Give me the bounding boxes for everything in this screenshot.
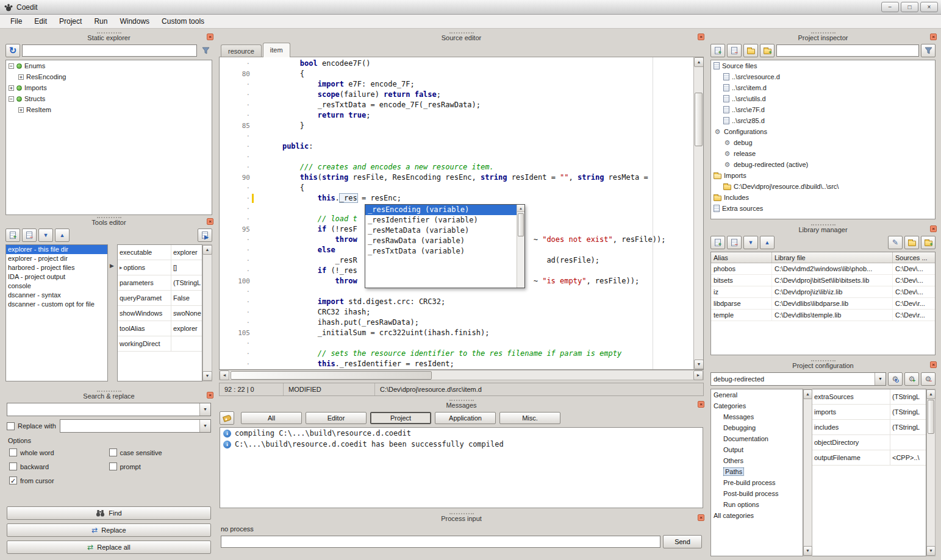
code-line[interactable]: · return true; <box>220 110 703 121</box>
panel-drag-grip[interactable] <box>449 513 474 514</box>
tree-item[interactable]: ⚙Configurations <box>711 126 935 137</box>
dropdown-button[interactable]: ▼ <box>875 373 886 385</box>
tree-item[interactable]: ..\src\z85.d <box>711 115 935 126</box>
code-line[interactable]: · _resTxtData = encode_7F(_resRawData); <box>220 100 703 110</box>
tool-properties-scrollbar[interactable]: ▲ ▼ <box>202 244 212 381</box>
list-item[interactable]: IDA - project output <box>6 272 107 282</box>
inspector-filter-input[interactable] <box>776 44 919 57</box>
completion-item[interactable]: _resIdentifier (variable) <box>365 215 517 225</box>
dropdown-button[interactable]: ▼ <box>199 403 210 416</box>
property-value[interactable]: (TStringL <box>890 393 926 400</box>
filter-all[interactable]: All <box>241 412 302 424</box>
expander-icon[interactable]: + <box>18 74 24 80</box>
scroll-up-icon[interactable]: ▲ <box>803 389 812 399</box>
sync-configuration-button[interactable]: ⚙↻ <box>888 372 903 386</box>
scroll-up-icon[interactable]: ▲ <box>694 57 704 67</box>
property-value[interactable]: explorer <box>171 249 202 256</box>
code-line[interactable]: · <box>220 131 703 141</box>
configuration-combo[interactable]: debug-redirected ▼ <box>710 372 886 386</box>
scroll-up-icon[interactable]: ▲ <box>926 389 936 399</box>
menu-run[interactable]: Run <box>88 15 113 27</box>
code-line[interactable]: · // sets the resource identifier to the… <box>220 349 703 359</box>
list-item[interactable]: dscanner - custom opt for file <box>6 300 107 309</box>
code-line[interactable]: · this._resIdentifier = resIdent; <box>220 359 703 369</box>
checkbox-case-sensitive[interactable]: case sensitive <box>109 448 209 456</box>
checkbox-from-cursor[interactable]: ✓from cursor <box>9 477 109 484</box>
property-row[interactable]: toolAliasexplorer <box>118 321 202 336</box>
checkbox-whole-word[interactable]: whole word <box>9 448 109 456</box>
open-library-folder-button[interactable] <box>904 236 919 249</box>
minimize-button[interactable]: − <box>881 2 899 12</box>
filter-misc[interactable]: Misc. <box>499 412 560 424</box>
tree-item[interactable]: ..\src\resource.d <box>711 71 935 82</box>
table-row[interactable]: izC:\Dev\dproj\iz\lib\iz.libC:\Dev\... <box>711 286 935 298</box>
tree-item[interactable]: General <box>711 389 803 400</box>
scroll-down-icon[interactable]: ▼ <box>926 546 936 556</box>
completion-scrollbar[interactable]: ▲ <box>517 205 524 288</box>
tree-item[interactable]: Others <box>711 455 803 466</box>
search-combo[interactable]: ▼ <box>7 403 211 416</box>
panel-close-button[interactable]: × <box>930 34 937 40</box>
property-row[interactable]: queryParametFalse <box>118 291 202 306</box>
tree-item[interactable]: +Imports <box>6 82 212 93</box>
code-line[interactable]: 80 { <box>220 69 703 79</box>
remove-source-button[interactable]: − <box>727 44 742 57</box>
tree-item[interactable]: Messages <box>711 411 803 422</box>
panel-drag-grip[interactable] <box>811 360 835 361</box>
move-library-down-button[interactable]: ▼ <box>743 236 758 249</box>
category-tree-scrollbar[interactable]: ▲ ▼ <box>803 389 812 556</box>
replace-all-button[interactable]: ⇄ Replace all <box>7 541 211 554</box>
tree-item[interactable]: Post-build process <box>711 488 803 499</box>
list-item[interactable]: explorer - this file dir <box>6 245 107 254</box>
completion-item[interactable]: _resEncoding (variable) <box>365 205 517 215</box>
add-tool-button[interactable]: + <box>5 229 20 242</box>
checkbox-backward[interactable]: backward <box>9 463 109 470</box>
code-line[interactable]: 90 this(string resFile, ResEncoding resE… <box>220 172 703 183</box>
message-row[interactable]: iC:\...\build\resource.d.coedit has been… <box>220 439 703 450</box>
filter-editor[interactable]: Editor <box>306 412 367 424</box>
panel-drag-grip[interactable] <box>449 32 474 34</box>
menu-windows[interactable]: Windows <box>114 15 155 27</box>
completion-item[interactable]: _resMetaData (variable) <box>365 225 517 236</box>
code-line[interactable]: · this._res = resEnc; <box>220 193 703 204</box>
tab-resource[interactable]: resource <box>221 44 262 57</box>
menu-custom-tools[interactable]: Custom tools <box>156 15 210 27</box>
property-row[interactable]: executableexplorer <box>118 245 202 260</box>
send-button[interactable]: Send <box>663 535 702 548</box>
tree-item[interactable]: Imports <box>711 170 935 181</box>
code-line[interactable]: · scope(failure) return false; <box>220 90 703 100</box>
tree-item[interactable]: ..\src\utils.d <box>711 93 935 104</box>
tree-item[interactable]: Categories <box>711 400 803 411</box>
editor-vertical-scrollbar[interactable]: ▲ ▼ <box>693 57 703 369</box>
code-line[interactable]: · { <box>220 183 703 193</box>
tree-item[interactable]: C:\Dev\dproj\resource.d\build\..\src\ <box>711 181 935 192</box>
expander-icon[interactable]: + <box>18 107 24 113</box>
property-value[interactable]: explorer <box>171 325 202 332</box>
checkbox-prompt[interactable]: prompt <box>109 463 209 470</box>
code-line[interactable]: 85 } <box>220 121 703 131</box>
completion-item[interactable]: _resRawData (variable) <box>365 236 517 246</box>
tree-item[interactable]: Extra sources <box>711 203 935 214</box>
scrollbar-thumb[interactable] <box>231 371 432 380</box>
maximize-button[interactable]: □ <box>901 2 918 12</box>
find-button[interactable]: Find <box>7 506 211 520</box>
add-source-button[interactable]: + <box>710 44 725 57</box>
property-value[interactable]: [] <box>171 264 202 271</box>
replace-button[interactable]: ⇄ Replace <box>7 523 211 537</box>
menu-file[interactable]: File <box>5 15 27 27</box>
panel-close-button[interactable]: × <box>930 361 937 368</box>
tree-item[interactable]: ⚙debug <box>711 137 935 148</box>
panel-drag-grip[interactable] <box>811 224 835 225</box>
tree-item[interactable]: Paths <box>711 466 803 477</box>
dropdown-button[interactable]: ▼ <box>199 420 210 432</box>
tree-item[interactable]: Output <box>711 444 803 455</box>
scroll-up-icon[interactable]: ▲ <box>202 245 212 255</box>
menu-edit[interactable]: Edit <box>29 15 52 27</box>
filter-application[interactable]: Application <box>435 412 496 424</box>
list-item[interactable]: dscanner - syntax <box>6 291 107 300</box>
property-row[interactable]: outputFilename<CPP>..\ <box>812 450 926 466</box>
tree-item[interactable]: Source files <box>711 60 935 71</box>
move-library-up-button[interactable]: ▲ <box>760 236 775 249</box>
completion-item[interactable]: _resTxtData (variable) <box>365 246 517 257</box>
filter-project[interactable]: Project <box>370 412 431 424</box>
